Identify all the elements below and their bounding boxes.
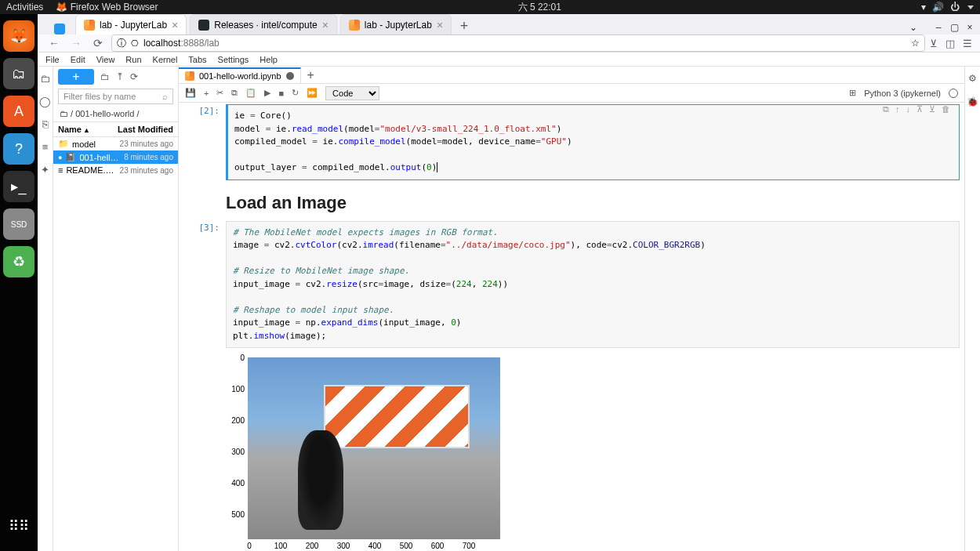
dock-help-icon[interactable]: ? [3, 133, 34, 165]
heading-load-image: Load an Image [226, 193, 960, 213]
system-menu-icon[interactable] [967, 5, 974, 9]
refresh-icon[interactable]: ⟳ [130, 71, 138, 82]
dock-firefox-icon[interactable]: 🦊 [3, 20, 34, 52]
app-indicator[interactable]: 🦊 Firefox Web Browser [56, 2, 158, 13]
browser-tab-1[interactable]: lab - JupyterLab× [75, 14, 187, 34]
menu-kernel[interactable]: Kernel [153, 55, 178, 64]
tab-close-icon[interactable]: × [322, 19, 328, 31]
tab-close-icon[interactable]: × [437, 19, 443, 31]
extensions-icon[interactable]: ✦ [41, 164, 49, 176]
pocket-icon[interactable]: ⊻ [930, 38, 938, 49]
cell-insert-below-icon[interactable]: ⊻ [929, 104, 935, 114]
notebook-cells[interactable]: ⧉ ↑ ↓ ⊼ ⊻ 🗑 [2]: ie = Core() model = ie.… [179, 103, 964, 551]
file-row[interactable]: 📁model23 minutes ago [53, 137, 178, 150]
code-editor[interactable]: # The MobileNet model expects images in … [226, 221, 960, 349]
window-close-button[interactable]: × [963, 20, 977, 34]
new-launcher-tab-button[interactable]: + [301, 68, 321, 82]
dock-software-icon[interactable]: A [3, 96, 34, 127]
tab-close-icon[interactable]: × [172, 19, 178, 31]
cell-move-down-icon[interactable]: ↓ [906, 104, 911, 114]
cell-move-up-icon[interactable]: ↑ [895, 104, 900, 114]
ipywidget-icon[interactable]: ⊞ [849, 88, 856, 98]
hamburger-menu-icon[interactable]: ☰ [963, 38, 972, 49]
run-icon[interactable]: ▶ [264, 88, 270, 98]
cell-insert-above-icon[interactable]: ⊼ [916, 104, 923, 114]
nav-reload-button[interactable]: ⟳ [89, 34, 107, 52]
window-maximize-button[interactable]: ▢ [947, 20, 961, 34]
running-kernels-icon[interactable]: ◯ [39, 96, 51, 107]
dock-files-icon[interactable]: 🗂 [3, 58, 34, 89]
notebook-toolbar: 💾 + ✂ ⧉ 📋 ▶ ■ ↻ ⏩ Code ⊞ Python 3 (ipyke… [179, 84, 964, 103]
jupyter-icon [349, 20, 360, 31]
file-browser: + 🗀 ⤒ ⟳ Filter files by name⌕ 🗀 / 001-he… [53, 67, 179, 551]
menu-edit[interactable]: Edit [71, 55, 85, 64]
file-list-header[interactable]: Name▲ Last Modified [53, 121, 178, 137]
menu-view[interactable]: View [96, 55, 115, 64]
volume-icon[interactable]: 🔊 [932, 2, 944, 13]
nav-forward-button[interactable]: → [67, 34, 85, 52]
menu-run[interactable]: Run [125, 55, 141, 64]
url-bar[interactable]: ⓘ ⎔ localhost:8888/lab ☆ [111, 34, 925, 52]
notebook-tab[interactable]: 001-hello-world.ipynb [179, 67, 301, 83]
file-row[interactable]: ●📓001-hello-...8 minutes ago [53, 150, 178, 164]
paste-icon[interactable]: 📋 [245, 88, 256, 98]
property-inspector-icon[interactable]: ⚙ [968, 73, 977, 84]
new-launcher-button[interactable]: + [58, 69, 94, 85]
identity-info-icon[interactable]: ⓘ [117, 37, 126, 50]
restart-icon[interactable]: ↻ [292, 88, 299, 98]
markdown-cell[interactable]: Load an Image [183, 185, 960, 216]
menu-file[interactable]: File [45, 55, 60, 64]
browser-tab-2[interactable]: Releases · intel/compute× [190, 14, 337, 34]
save-icon[interactable]: 💾 [185, 88, 196, 98]
code-editor[interactable]: ie = Core() model = ie.read_model(model=… [226, 104, 960, 180]
menu-tabs[interactable]: Tabs [188, 55, 206, 64]
cell-duplicate-icon[interactable]: ⧉ [883, 104, 889, 114]
activities-button[interactable]: Activities [6, 2, 43, 13]
cell-delete-icon[interactable]: 🗑 [942, 104, 950, 114]
extensions-icon[interactable]: ◫ [946, 38, 955, 49]
dock-apps-grid-icon[interactable]: ⠿⠿ [3, 510, 34, 542]
toc-icon[interactable]: ≡ [42, 141, 49, 153]
x-tick: 500 [400, 542, 413, 550]
new-tab-button[interactable]: + [455, 18, 474, 34]
add-cell-icon[interactable]: + [204, 89, 209, 98]
dock-terminal-icon[interactable]: ▸_ [3, 171, 34, 202]
new-folder-icon[interactable]: 🗀 [100, 71, 110, 82]
cut-icon[interactable]: ✂ [216, 88, 223, 98]
wifi-icon[interactable]: ▾ [921, 2, 926, 13]
code-cell[interactable]: [3]: # The MobileNet model expects image… [183, 221, 960, 349]
kernel-name[interactable]: Python 3 (ipykernel) [864, 89, 941, 98]
file-row[interactable]: ≡README.md23 minutes ago [53, 164, 178, 176]
power-icon[interactable]: ⏻ [950, 2, 960, 13]
copy-icon[interactable]: ⧉ [231, 88, 238, 98]
menu-help[interactable]: Help [260, 55, 278, 64]
run-all-icon[interactable]: ⏩ [307, 88, 318, 98]
x-tick: 200 [306, 542, 319, 550]
upload-icon[interactable]: ⤒ [116, 71, 124, 82]
dock-ssd-icon[interactable]: SSD [3, 208, 34, 240]
firefox-view-icon[interactable] [54, 24, 65, 34]
x-tick: 400 [368, 542, 382, 550]
y-tick: 0 [240, 353, 245, 362]
folder-icon[interactable]: 🗀 [40, 73, 50, 85]
nav-back-button[interactable]: ← [45, 34, 63, 52]
kernel-status-icon[interactable] [949, 89, 958, 98]
stop-icon[interactable]: ■ [278, 89, 284, 98]
clock[interactable]: 六 5 22:01 [158, 1, 922, 14]
commands-icon[interactable]: ⎘ [42, 118, 49, 130]
dock-trash-icon[interactable]: ♻ [3, 246, 34, 277]
browser-tab-3[interactable]: lab - JupyterLab× [340, 14, 452, 34]
debugger-icon[interactable]: 🐞 [967, 96, 978, 107]
y-tick: 200 [231, 416, 245, 425]
x-tick: 0 [247, 542, 252, 550]
menu-settings[interactable]: Settings [218, 55, 249, 64]
y-tick: 500 [231, 510, 245, 519]
bookmark-star-icon[interactable]: ☆ [911, 38, 920, 49]
code-cell[interactable]: [2]: ie = Core() model = ie.read_model(m… [183, 104, 960, 180]
breadcrumb[interactable]: 🗀 / 001-hello-world / [53, 106, 178, 121]
jupyter-icon [84, 20, 95, 31]
window-minimize-button[interactable]: – [931, 20, 946, 34]
file-filter-input[interactable]: Filter files by name⌕ [58, 89, 173, 104]
cell-type-select[interactable]: Code [325, 86, 379, 100]
tabs-overflow-icon[interactable]: ⌄ [906, 20, 920, 34]
